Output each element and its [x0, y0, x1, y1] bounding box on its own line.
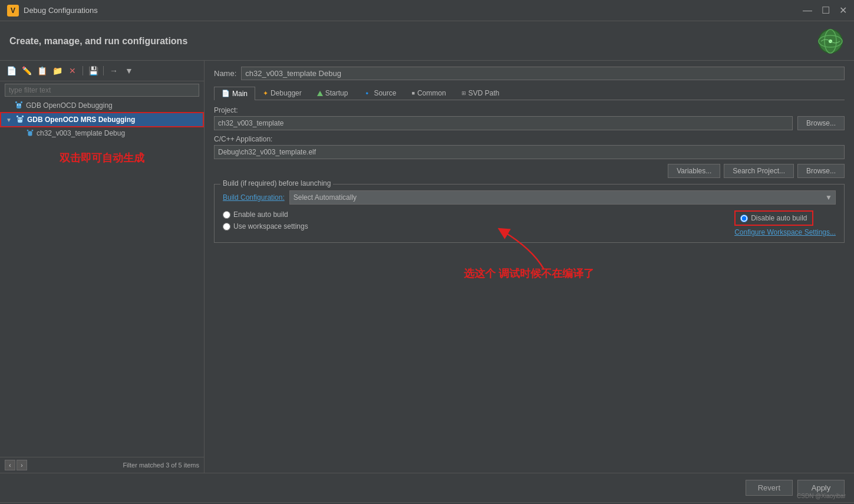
- build-section-title: Build (if required) before launching: [220, 179, 333, 187]
- tree-item-label-3: ch32_v003_template Debug: [37, 129, 125, 137]
- svg-rect-5: [21, 101, 22, 103]
- configure-workspace-link[interactable]: Configure Workspace Settings...: [734, 228, 836, 236]
- new-config-button[interactable]: 📄: [5, 64, 18, 77]
- triangle-icon: [317, 89, 323, 97]
- copy-button[interactable]: 📋: [35, 64, 48, 77]
- tab-main[interactable]: 📄 Main: [214, 87, 255, 100]
- page-title: Create, manage, and run configurations: [9, 36, 187, 47]
- build-config-select-wrapper: Select Automatically Debug Release ▼: [289, 190, 836, 205]
- header-subtitle-bar: Create, manage, and run configurations: [0, 21, 854, 61]
- bottom-action-bar: Revert Apply: [0, 473, 854, 502]
- svg-point-8: [19, 104, 21, 106]
- browse-app-button[interactable]: Browse...: [797, 164, 845, 178]
- svg-rect-10: [22, 116, 24, 117]
- disable-auto-build-highlighted: Disable auto build: [734, 210, 813, 226]
- cpp-app-label: C/C++ Application:: [214, 135, 845, 143]
- tree-expand-2: ▼: [6, 117, 13, 123]
- right-panel: Name: 📄 Main ✦ Debugger Startup 🔹 Source: [205, 61, 854, 473]
- radio-workspace-input[interactable]: [223, 223, 230, 230]
- name-row: Name:: [214, 67, 845, 80]
- common-square-icon: ■: [411, 90, 414, 96]
- minimize-button[interactable]: —: [803, 5, 812, 16]
- globe-logo-icon: [816, 27, 845, 55]
- titlebar: V Debug Configurations — ☐ ✕: [0, 0, 854, 21]
- svg-point-12: [18, 118, 19, 120]
- name-input[interactable]: [241, 67, 845, 80]
- forward-button[interactable]: →: [107, 64, 120, 77]
- annotation-area: 选这个 调试时候不在编译了: [214, 249, 845, 296]
- variables-button[interactable]: Variables...: [668, 164, 720, 178]
- tab-source[interactable]: 🔹 Source: [355, 86, 404, 100]
- bug-icon-2: [15, 115, 25, 124]
- tree-item-ch32[interactable]: ch32_v003_template Debug: [0, 127, 204, 139]
- watermark: CSDN @Xiaoyibar: [797, 493, 846, 499]
- project-field-group: Project: Browse...: [214, 106, 845, 130]
- tab-common[interactable]: ■ Common: [404, 86, 453, 100]
- radio-enable-input[interactable]: [223, 211, 230, 219]
- search-project-button[interactable]: Search Project...: [724, 164, 794, 178]
- radio-workspace-settings[interactable]: Use workspace settings: [223, 222, 308, 230]
- maximize-button[interactable]: ☐: [822, 5, 830, 16]
- tree-item-label-1: GDB OpenOCD Debugging: [26, 101, 113, 110]
- dropdown-button[interactable]: ▼: [123, 64, 136, 77]
- filter-status: Filter matched 3 of 5 items: [123, 462, 199, 469]
- tab-debugger[interactable]: ✦ Debugger: [255, 86, 309, 100]
- bug-icon-3: [26, 129, 34, 137]
- open-button[interactable]: 📁: [51, 64, 64, 77]
- svg-rect-4: [15, 101, 17, 103]
- bug-icon-1: [14, 101, 24, 110]
- svg-point-7: [17, 104, 18, 106]
- radio-workspace-label: Use workspace settings: [233, 222, 308, 230]
- radio-col-left: Enable auto build Use workspace settings: [223, 210, 308, 230]
- project-input[interactable]: [214, 116, 793, 130]
- scroll-arrows: ‹ ›: [5, 460, 27, 470]
- radio-disable-input[interactable]: [740, 215, 748, 222]
- edit-button[interactable]: ✏️: [20, 64, 33, 77]
- save-button[interactable]: 💾: [87, 64, 100, 77]
- tab-svd-path[interactable]: ⊞ SVD Path: [454, 86, 507, 100]
- project-label: Project:: [214, 106, 845, 114]
- delete-button[interactable]: ✕: [66, 64, 79, 77]
- tree-item-label-2: GDB OpenOCD MRS Debugging: [27, 116, 135, 124]
- svg-rect-15: [32, 130, 34, 131]
- build-config-select[interactable]: Select Automatically Debug Release: [289, 190, 836, 205]
- action-buttons-row: Variables... Search Project... Browse...: [214, 164, 845, 178]
- radio-enable-auto-build[interactable]: Enable auto build: [223, 210, 308, 219]
- main-container: 📄 ✏️ 📋 📁 ✕ 💾 → ▼ GD: [0, 61, 854, 473]
- svd-grid-icon: ⊞: [461, 90, 466, 96]
- svg-point-13: [21, 118, 22, 120]
- scroll-right[interactable]: ›: [17, 460, 27, 470]
- cpp-app-field-group: C/C++ Application:: [214, 135, 845, 159]
- svg-rect-6: [17, 103, 21, 108]
- build-config-row: Build Configuration: Select Automaticall…: [223, 190, 836, 205]
- toolbar-row: 📄 ✏️ 📋 📁 ✕ 💾 → ▼: [0, 61, 204, 81]
- source-dot-icon: 🔹: [363, 90, 371, 97]
- build-config-label[interactable]: Build Configuration:: [223, 193, 285, 202]
- tabs-row: 📄 Main ✦ Debugger Startup 🔹 Source ■ Com…: [214, 86, 845, 100]
- tab-startup[interactable]: Startup: [309, 86, 356, 100]
- cpp-app-input[interactable]: [214, 145, 845, 159]
- chinese-annotation-2: 选这个 调试时候不在编译了: [464, 255, 594, 292]
- toolbar-separator-1: [83, 66, 83, 75]
- revert-button[interactable]: Revert: [746, 480, 793, 496]
- tree-item-gdb-openocd[interactable]: GDB OpenOCD Debugging: [0, 99, 204, 112]
- window-title: Debug Configurations: [24, 6, 98, 15]
- left-bottom-bar: ‹ › Filter matched 3 of 5 items: [0, 457, 204, 473]
- radio-enable-label: Enable auto build: [233, 210, 288, 219]
- browse-project-button[interactable]: Browse...: [797, 116, 845, 130]
- tree-container: GDB OpenOCD Debugging ▼ GDB OpenOCD MRS …: [0, 99, 204, 457]
- radio-disable-label: Disable auto build: [751, 214, 807, 222]
- filter-input[interactable]: [5, 84, 199, 97]
- titlebar-controls: — ☐ ✕: [803, 5, 847, 16]
- app-icon: V: [7, 5, 19, 17]
- chinese-annotation-1: 双击即可自动生成: [0, 139, 204, 171]
- svg-rect-11: [18, 117, 22, 123]
- svg-rect-9: [17, 116, 18, 117]
- svg-rect-16: [28, 131, 32, 136]
- titlebar-left: V Debug Configurations: [7, 5, 98, 17]
- close-button[interactable]: ✕: [839, 5, 847, 16]
- scroll-left[interactable]: ‹: [5, 460, 15, 470]
- toolbar-separator-2: [103, 66, 104, 75]
- tree-item-gdb-mrs[interactable]: ▼ GDB OpenOCD MRS Debugging: [0, 112, 204, 127]
- radio-right-col: Disable auto build Configure Workspace S…: [734, 210, 836, 236]
